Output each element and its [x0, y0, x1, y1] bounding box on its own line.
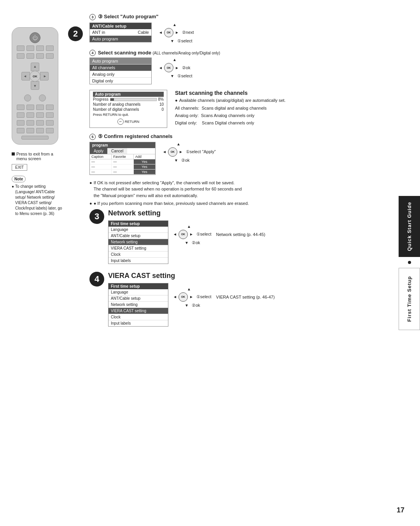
- confirm-text: ⑤ Confirm registered channels: [98, 133, 173, 139]
- cancel-btn: Cancel: [107, 148, 127, 154]
- right-arrow-3: ►: [189, 232, 193, 236]
- ok-label-4: ②ok: [192, 303, 200, 308]
- scan-digital-only-row: Digital only: [90, 78, 151, 84]
- sidebar-dot: [408, 261, 411, 264]
- dpad-ok-label: OK: [33, 75, 37, 78]
- remote-btn-1: [17, 45, 24, 51]
- select-label-3: ①select: [196, 232, 212, 237]
- cable-label: Cable: [138, 30, 149, 35]
- right-sidebar: Quick Start Guide First Time Setup: [399, 0, 420, 526]
- remote-btn-9: [17, 105, 24, 110]
- add-col-header: Add: [134, 154, 155, 159]
- progress-bar-fill: [110, 98, 114, 101]
- note-bullet-dot: ●: [12, 184, 14, 189]
- left-arrow-4: ◄: [173, 295, 177, 299]
- remote-btn-24: [46, 128, 54, 133]
- scan-mode-header-text: Auto program: [92, 59, 118, 63]
- analog-channels-row: Number of analog channels 10: [93, 102, 164, 107]
- progress-label: Progress: [93, 97, 108, 101]
- note-content: To change setting (Language/ ANT/Cable s…: [15, 184, 62, 217]
- scan-mode-row: Auto program All channels Analog only Di…: [89, 58, 395, 84]
- scan-digital-info: Digital only: Scans Digital channels onl…: [175, 119, 285, 127]
- up-arrow-3: ▲: [187, 224, 191, 229]
- remote-mid-btns3: [17, 112, 54, 118]
- ok-label-2: ②ok: [182, 65, 191, 70]
- prog-r2-caption: —: [90, 164, 112, 169]
- note-bullet-row: ● To change setting (Language/ ANT/Cable…: [12, 184, 62, 217]
- remote-wide-btn: [21, 136, 49, 140]
- remote-btn-21: [17, 128, 24, 133]
- sidebar-block-firsttime: First Time Setup: [399, 268, 420, 330]
- viera-cast-title: VIERA CAST setting: [108, 272, 395, 280]
- ok-label-3: ②ok: [192, 240, 200, 245]
- ant-cable-menu-row1: ANT in Cable: [90, 29, 151, 36]
- ant-in-label: ANT in: [92, 30, 105, 35]
- down-arrow-2: ▼: [170, 74, 174, 78]
- sidebar-firsttime-text: First Time Setup: [406, 276, 412, 322]
- notes-section: ● If OK is not pressed after selecting "…: [89, 180, 395, 207]
- next-label-1: ②next: [182, 30, 194, 35]
- digital-channels-label: Number of digital channels: [93, 107, 139, 112]
- step2-circle: 2: [68, 26, 83, 41]
- progress-bar: [110, 98, 157, 101]
- note1-row: ● If OK is not pressed after selecting "…: [89, 180, 395, 199]
- remote-circle-1: [24, 94, 31, 101]
- left-arrow-5: ◄: [163, 150, 166, 154]
- note2-text: ● If you perform scanning more than twic…: [94, 200, 249, 207]
- prog-r2-fav: —: [112, 164, 133, 169]
- press-exit-text: Press to exit from a menu screen: [16, 152, 62, 161]
- remote-btn-20: [46, 120, 54, 126]
- step3-circle-icon: 3: [89, 14, 96, 20]
- remote-mid-btns4: [17, 120, 54, 126]
- scan-mode-menu-box: Auto program All channels Analog only Di…: [89, 58, 152, 84]
- remote-btn-18: [26, 120, 34, 126]
- remote-btn-17: [17, 120, 24, 126]
- press-exit-text-row: Press to exit from a menu screen: [12, 152, 62, 161]
- remote-power-btn: ⏻: [30, 32, 40, 43]
- ok-diagram-5: ▲ ◄ OK ► ①select "Apply" ▼ ②ok: [163, 142, 216, 163]
- note1-bullet: ●: [89, 180, 92, 186]
- scan-bullet-dot: ●: [175, 98, 178, 103]
- sidebar-quickstart-text: Quick Start Guide: [406, 202, 412, 251]
- scan-bullet-row: ● Available channels (analog/digital) ar…: [175, 98, 285, 103]
- viera-ref: VIERA CAST setting (p. 46-47): [216, 295, 275, 299]
- scan-all-channels-label: All channels: [92, 65, 115, 70]
- scan-box-header: Auto program: [93, 92, 164, 97]
- remote-btn-6: [26, 53, 34, 59]
- remote-control-area: ⏻ ▲ ▼: [12, 27, 62, 217]
- fts-viera-cast: VIERA CAST setting: [108, 245, 168, 252]
- remote-btn-15: [36, 112, 44, 118]
- ok-diagram-4: ▲ ◄ OK ► ①select ▼ ②ok: [173, 287, 212, 308]
- step5-circle-icon: 5: [89, 134, 96, 140]
- down-row-5: ▼ ②ok: [163, 158, 190, 163]
- fts-clock: Clock: [108, 252, 168, 258]
- select-scan-mode-section: 4 Select scanning mode (ALL channels/Ana…: [89, 50, 395, 85]
- select-label-1: ①select: [177, 38, 192, 44]
- down-row-2: ▼ ①select: [159, 73, 192, 79]
- remote-mid-btns2: [17, 105, 54, 110]
- remote-btn-19: [36, 120, 44, 126]
- ok-row: ◄ OK ► ②next: [159, 28, 194, 37]
- remote-btn-7: [36, 53, 44, 59]
- remote-btn-23: [36, 128, 44, 133]
- analog-channels-val: 10: [159, 102, 164, 107]
- remote-btn-2: [26, 45, 34, 51]
- ok-row-3: ◄ OK ► ①select: [173, 230, 212, 239]
- caption-col-header: Caption: [90, 154, 112, 159]
- scan-analog-only-label: Analog only: [92, 72, 115, 77]
- auto-program-row: ANT/Cable setup ANT in Cable Auto progra…: [89, 23, 395, 44]
- scan-mode-menu: Auto program All channels Analog only Di…: [89, 58, 152, 84]
- progress-pct: 8%: [158, 97, 164, 101]
- scan-info-list: All channels: Scans digital and analog c…: [175, 105, 285, 126]
- vfts-language: Language: [108, 289, 168, 295]
- remote-btn-13: [17, 112, 24, 118]
- start-scanning-section: Auto program Progress 8% Number of analo…: [89, 90, 395, 128]
- remote-btn-5: [17, 53, 24, 59]
- vfts-viera-cast: VIERA CAST setting: [108, 308, 168, 314]
- dpad-up-arrow: ▲: [33, 65, 37, 68]
- remote-mid-btns5: [17, 128, 54, 133]
- digital-channels-val: 0: [161, 107, 164, 112]
- dpad-right: ►: [40, 72, 49, 80]
- ant-cable-menu-box: ANT/Cable setup ANT in Cable Auto progra…: [89, 23, 152, 42]
- program-table: program Apply Cancel Caption Favorite Ad…: [89, 142, 156, 175]
